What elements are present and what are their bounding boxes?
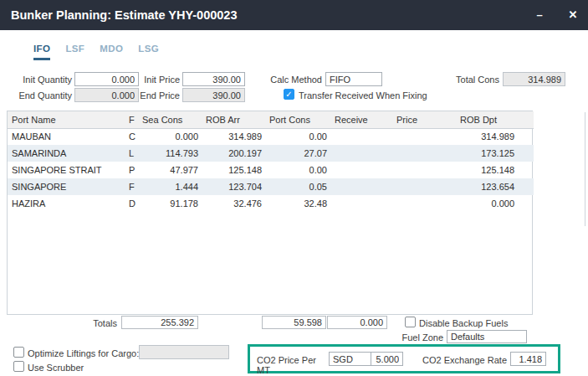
col-f[interactable]: F: [125, 111, 138, 128]
fuel-zone-set-field[interactable]: [447, 330, 527, 343]
cell-port[interactable]: SAMARINDA: [8, 145, 125, 162]
co2-price-label: CO2 Price Per MT: [257, 355, 330, 375]
optimize-liftings-checkbox[interactable]: [13, 347, 24, 358]
cell-sea-cons[interactable]: 91.178: [138, 195, 202, 212]
cell-sea-cons[interactable]: 47.977: [138, 162, 202, 178]
close-icon[interactable]: ✕: [562, 0, 584, 30]
cell-sea-cons[interactable]: 114.793: [138, 145, 202, 162]
init-price-label: Init Price: [139, 75, 180, 85]
use-scrubber-label: Use Scrubber: [28, 363, 111, 373]
optimize-liftings-field: [139, 345, 229, 359]
calc-method-label: Calc Method: [270, 75, 322, 85]
end-price-field: [182, 88, 245, 102]
tab-ifo[interactable]: IFO: [33, 44, 50, 60]
cell-f[interactable]: C: [125, 128, 138, 145]
cell-f[interactable]: P: [125, 162, 138, 178]
cell-receive[interactable]: [330, 162, 392, 178]
cell-rob-arr[interactable]: 200.197: [202, 145, 265, 162]
tab-lsg[interactable]: LSG: [138, 44, 159, 60]
cell-price[interactable]: [392, 178, 456, 195]
init-quantity-label: Init Quantity: [7, 75, 72, 85]
minimize-icon[interactable]: –: [529, 0, 550, 30]
dialog-title: Bunker Planning: Estimate YHY-000023: [11, 0, 238, 30]
cell-receive[interactable]: [330, 128, 392, 145]
totals-sea-cons: 255.392: [121, 316, 198, 329]
table-row[interactable]: SINGAPORE STRAIT P 47.977 125.148 0.00 1…: [8, 162, 534, 178]
tab-mdo[interactable]: MDO: [100, 44, 123, 60]
col-receive[interactable]: Receive: [330, 111, 392, 128]
transfer-received-checkbox[interactable]: ✓: [284, 89, 294, 100]
tab-lsf[interactable]: LSF: [65, 44, 84, 60]
cell-port[interactable]: HAZIRA: [8, 195, 125, 212]
cell-port-cons[interactable]: 0.00: [265, 128, 330, 145]
cell-port-cons[interactable]: 0.00: [265, 162, 330, 178]
totals-label: Totals: [74, 318, 117, 328]
table-header-row: Port Name F Sea Cons ROB Arr Port Cons R…: [8, 111, 534, 128]
total-cons-field: [503, 72, 565, 86]
cell-f[interactable]: F: [125, 178, 138, 195]
col-port-name[interactable]: Port Name: [8, 111, 125, 128]
total-cons-label: Total Cons: [454, 75, 499, 85]
cell-price[interactable]: [392, 162, 456, 178]
cell-f[interactable]: L: [125, 145, 138, 162]
use-scrubber-checkbox[interactable]: [13, 361, 24, 372]
col-sea-cons[interactable]: Sea Cons: [138, 111, 202, 128]
cell-rob-dpt[interactable]: 125.148: [456, 162, 534, 178]
cell-f[interactable]: D: [125, 195, 138, 212]
totals-receive: 0.000: [327, 316, 387, 329]
fuel-tabs: IFO LSF MDO LSG: [33, 44, 159, 60]
col-rob-arr[interactable]: ROB Arr: [202, 111, 265, 128]
cell-sea-cons[interactable]: 0.000: [138, 128, 202, 145]
cell-port-cons[interactable]: 0.05: [265, 178, 330, 195]
col-rob-dpt[interactable]: ROB Dpt: [456, 111, 534, 128]
bunker-planning-dialog: Bunker Planning: Estimate YHY-000023 – ✕…: [0, 0, 588, 376]
table-row[interactable]: SAMARINDA L 114.793 200.197 27.07 173.12…: [8, 145, 534, 162]
cell-rob-dpt[interactable]: 123.654: [456, 178, 534, 195]
end-price-label: End Price: [139, 90, 180, 100]
cell-rob-dpt[interactable]: 0.000: [456, 195, 534, 212]
co2-exchange-rate-label: CO2 Exchange Rate: [422, 355, 507, 365]
cell-port[interactable]: SINGAPORE STRAIT: [8, 162, 125, 178]
disable-backup-fuels-checkbox[interactable]: [405, 317, 416, 327]
col-price[interactable]: Price: [392, 111, 456, 128]
cell-sea-cons[interactable]: 1.444: [138, 178, 202, 195]
totals-port-cons: 59.598: [262, 316, 326, 329]
cell-port-cons[interactable]: 32.48: [265, 195, 330, 212]
cell-rob-arr[interactable]: 125.148: [202, 162, 265, 178]
cell-rob-dpt[interactable]: 173.125: [456, 145, 534, 162]
co2-currency-field[interactable]: [329, 352, 371, 366]
cell-receive[interactable]: [330, 178, 392, 195]
ports-table: Port Name F Sea Cons ROB Arr Port Cons R…: [7, 111, 533, 315]
init-price-field[interactable]: [182, 72, 245, 86]
end-quantity-label: End Quantity: [7, 90, 72, 100]
cell-rob-arr[interactable]: 123.704: [202, 178, 265, 195]
co2-price-field[interactable]: [371, 352, 403, 366]
cell-receive[interactable]: [330, 195, 392, 212]
cell-rob-dpt[interactable]: 314.989: [456, 128, 534, 145]
cell-port-cons[interactable]: 27.07: [265, 145, 330, 162]
calc-method-field[interactable]: [325, 72, 382, 86]
title-bar: Bunker Planning: Estimate YHY-000023 – ✕: [0, 0, 588, 30]
cell-port[interactable]: MAUBAN: [8, 128, 125, 145]
cell-price[interactable]: [392, 128, 456, 145]
cell-rob-arr[interactable]: 314.989: [202, 128, 265, 145]
col-port-cons[interactable]: Port Cons: [265, 111, 330, 128]
table-row[interactable]: SINGAPORE F 1.444 123.704 0.05 123.654: [8, 178, 534, 195]
table-row[interactable]: MAUBAN C 0.000 314.989 0.00 314.989: [8, 128, 534, 145]
init-quantity-field[interactable]: [74, 72, 139, 86]
cell-rob-arr[interactable]: 32.476: [202, 195, 265, 212]
optimize-liftings-label: Optimize Liftings for Cargo:: [28, 348, 145, 358]
disable-backup-fuels-label: Disable Backup Fuels: [419, 318, 528, 328]
co2-exchange-rate-field[interactable]: [510, 352, 546, 366]
co2-highlight-box: CO2 Price Per MT CO2 Exchange Rate: [248, 344, 560, 373]
end-quantity-field: [74, 88, 139, 102]
cell-price[interactable]: [392, 195, 456, 212]
table-scrollbar[interactable]: [585, 112, 585, 226]
table-row[interactable]: HAZIRA D 91.178 32.476 32.48 0.000: [8, 195, 534, 212]
cell-price[interactable]: [392, 145, 456, 162]
transfer-received-label: Transfer Received When Fixing: [299, 90, 474, 100]
cell-port[interactable]: SINGAPORE: [8, 178, 125, 195]
cell-receive[interactable]: [330, 145, 392, 162]
